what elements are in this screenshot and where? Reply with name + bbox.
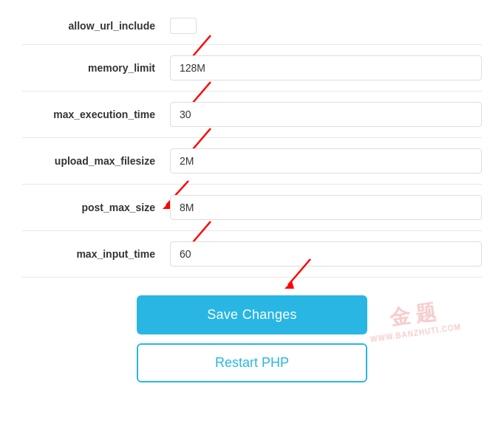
form-row-post-max-size: post_max_size xyxy=(22,185,482,231)
input-max-input-time[interactable] xyxy=(170,241,482,267)
input-wrap-max-execution-time xyxy=(170,102,482,127)
label-allow-url-include: allow_url_include xyxy=(22,20,170,32)
input-wrap-max-input-time xyxy=(170,241,482,267)
input-wrap-memory-limit xyxy=(170,55,482,80)
input-memory-limit[interactable] xyxy=(170,55,482,80)
input-upload-max-filesize[interactable] xyxy=(170,148,482,174)
label-upload-max-filesize: upload_max_filesize xyxy=(22,155,170,167)
form-row-memory-limit: memory_limit xyxy=(22,45,482,92)
label-max-execution-time: max_execution_time xyxy=(22,109,170,120)
restart-php-button[interactable]: Restart PHP xyxy=(137,343,367,382)
buttons-section: Save Changes Restart PHP xyxy=(22,278,482,382)
form-row-max-execution-time: max_execution_time xyxy=(22,92,482,138)
save-changes-button[interactable]: Save Changes xyxy=(137,295,367,334)
input-wrap-allow-url-include xyxy=(170,18,482,34)
form-row-allow-url-include: allow_url_include xyxy=(22,7,482,45)
input-post-max-size[interactable] xyxy=(170,195,482,220)
label-memory-limit: memory_limit xyxy=(22,62,170,74)
arrow-save xyxy=(266,255,325,292)
label-post-max-size: post_max_size xyxy=(22,202,170,213)
svg-line-10 xyxy=(288,259,310,285)
form-row-max-input-time: max_input_time xyxy=(22,231,482,278)
form-row-upload-max-filesize: upload_max_filesize xyxy=(22,138,482,185)
main-container: allow_url_include memory_limit max_execu… xyxy=(0,0,504,405)
input-max-execution-time[interactable] xyxy=(170,102,482,127)
label-max-input-time: max_input_time xyxy=(22,248,170,260)
input-wrap-upload-max-filesize xyxy=(170,148,482,174)
checkbox-allow-url-include[interactable] xyxy=(170,18,197,34)
input-wrap-post-max-size xyxy=(170,195,482,220)
